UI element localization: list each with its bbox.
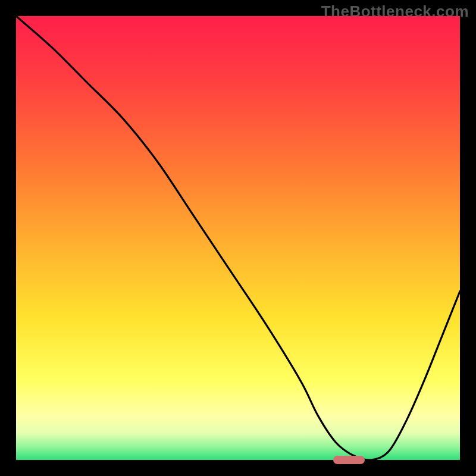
plot-area [16,16,460,460]
optimum-marker [333,456,364,464]
chart-frame: TheBottleneck.com [0,0,476,476]
curve-layer [16,16,460,460]
bottleneck-curve [16,16,460,460]
